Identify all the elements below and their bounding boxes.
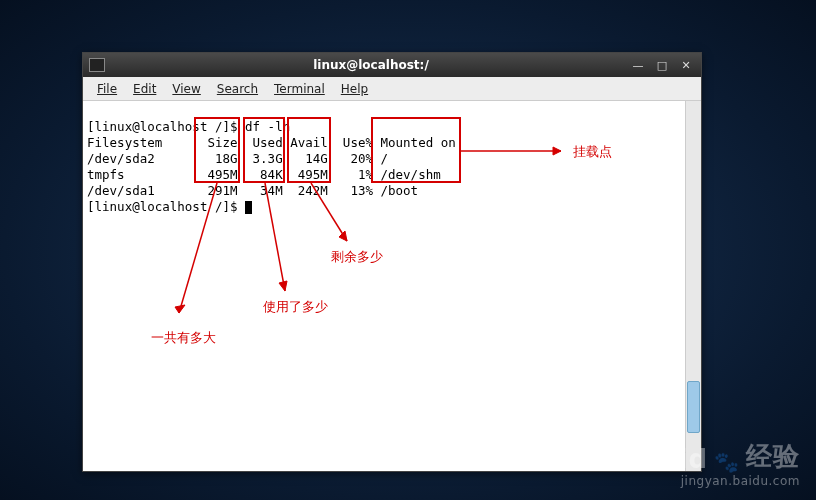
line-row3: /dev/sda1 291M 34M 242M 13% /boot (87, 183, 418, 198)
label-mount: 挂载点 (573, 143, 612, 161)
line-header: Filesystem Size Used Avail Use% Mounted … (87, 135, 456, 150)
watermark-suffix: 经验 (746, 439, 800, 474)
titlebar: linux@localhost:/ — □ ✕ (83, 53, 701, 77)
line-row2: tmpfs 495M 84K 495M 1% /dev/shm (87, 167, 441, 182)
scrollbar[interactable] (685, 101, 701, 471)
minimize-button[interactable]: — (629, 57, 647, 73)
line-prompt1: [linux@localhost /]$ df -lh (87, 119, 290, 134)
watermark-brand: Baid (639, 444, 708, 474)
menubar: File Edit View Search Terminal Help (83, 77, 701, 101)
terminal-icon (89, 58, 105, 72)
menu-terminal[interactable]: Terminal (266, 80, 333, 98)
label-used: 使用了多少 (263, 298, 328, 316)
terminal-area[interactable]: [linux@localhost /]$ df -lh Filesystem S… (83, 101, 701, 471)
terminal-window: linux@localhost:/ — □ ✕ File Edit View S… (82, 52, 702, 472)
watermark: Baid🐾经验 jingyan.baidu.com (639, 439, 800, 488)
cursor-icon (245, 201, 252, 214)
paw-icon: 🐾 (714, 450, 740, 474)
menu-view[interactable]: View (164, 80, 208, 98)
menu-help[interactable]: Help (333, 80, 376, 98)
line-row1: /dev/sda2 18G 3.3G 14G 20% / (87, 151, 388, 166)
menu-file[interactable]: File (89, 80, 125, 98)
menu-search[interactable]: Search (209, 80, 266, 98)
window-controls: — □ ✕ (629, 57, 695, 73)
close-button[interactable]: ✕ (677, 57, 695, 73)
maximize-button[interactable]: □ (653, 57, 671, 73)
scrollbar-thumb[interactable] (687, 381, 700, 433)
window-title: linux@localhost:/ (113, 58, 629, 72)
label-size: 一共有多大 (151, 329, 216, 347)
line-prompt2: [linux@localhost /]$ (87, 199, 245, 214)
watermark-url: jingyan.baidu.com (639, 474, 800, 488)
menu-edit[interactable]: Edit (125, 80, 164, 98)
label-avail: 剩余多少 (331, 248, 383, 266)
